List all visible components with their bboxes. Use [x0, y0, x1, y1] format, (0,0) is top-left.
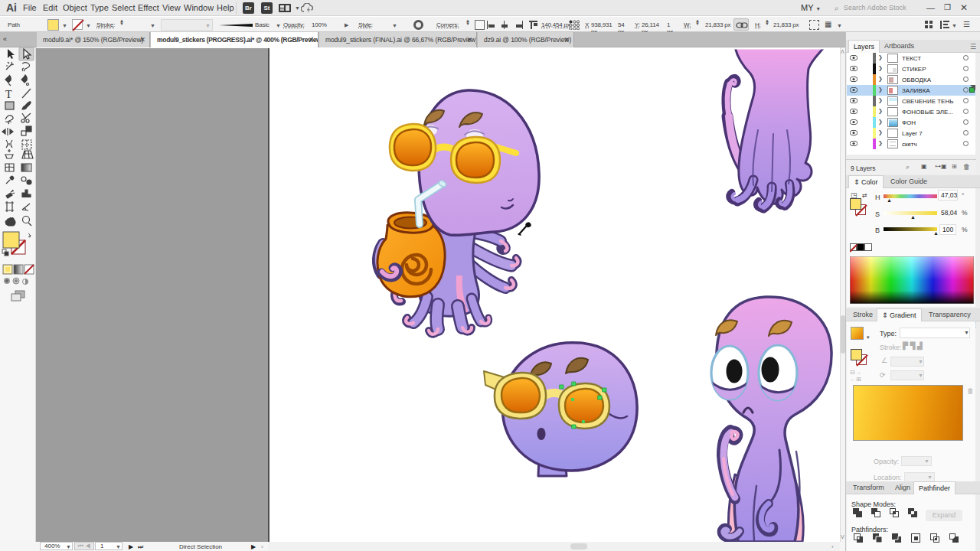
- svg-text:T: T: [5, 89, 12, 100]
